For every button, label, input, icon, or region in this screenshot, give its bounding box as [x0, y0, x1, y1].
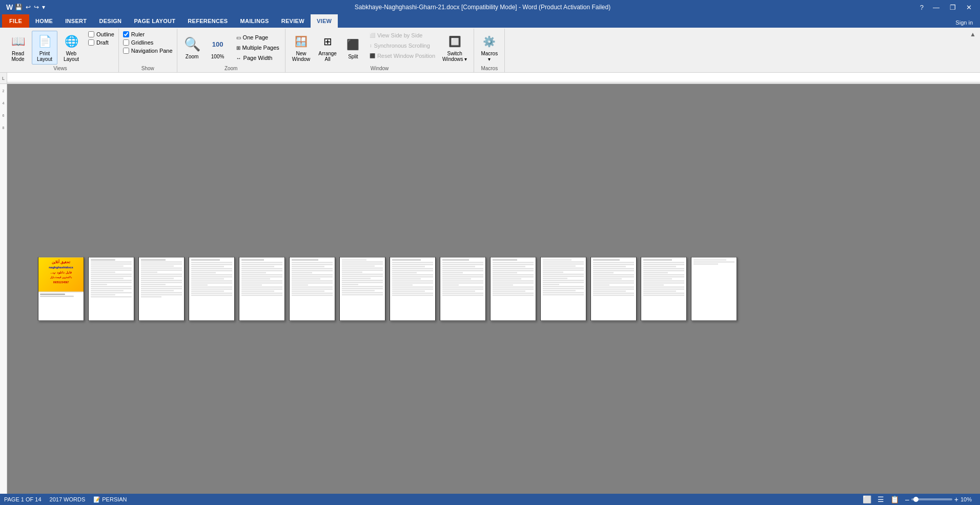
status-left: PAGE 1 OF 14 2017 WORDS 📝 PERSIAN	[4, 496, 127, 503]
print-layout-btn[interactable]: 📄 PrintLayout	[32, 31, 57, 65]
window-small-items: ⬜ View Side by Side ↕ Synchronous Scroll…	[367, 31, 438, 60]
nav-pane-checkbox[interactable]	[123, 48, 129, 54]
page-view-btn[interactable]: 📋	[888, 494, 901, 504]
ribbon-group-show: Ruler Gridlines Navigation Pane Show	[119, 29, 177, 72]
close-btn[interactable]: ✕	[962, 3, 976, 12]
macros-btn[interactable]: ⚙️ Macros▾	[477, 31, 501, 65]
page-1: تحقیق آنلاین naghghashidocx فایل دانلود …	[38, 257, 84, 321]
zoom-plus-btn[interactable]: +	[954, 495, 958, 503]
view-mode-buttons: ⬜ ☰ 📋	[861, 494, 901, 504]
zoom-100-btn[interactable]: 100 100%	[206, 31, 230, 65]
zoom-minus-btn[interactable]: –	[905, 495, 909, 503]
tab-page-layout[interactable]: PAGE LAYOUT	[128, 14, 181, 28]
reset-window-position-label: Reset Window Position	[377, 53, 435, 59]
split-label: Split	[348, 54, 358, 59]
macros-icon: ⚙️	[481, 33, 498, 50]
ribbon-group-zoom: 🔍 Zoom 100 100% ▭ One Page ⊞ Multiple Pa…	[177, 29, 285, 72]
outline-check[interactable]: Outline	[87, 31, 115, 38]
page-2-content	[89, 258, 134, 321]
web-layout-icon: 🌐	[63, 33, 79, 50]
zoom-btn[interactable]: 🔍 Zoom	[180, 31, 204, 65]
draft-check[interactable]: Draft	[87, 39, 115, 46]
tab-mailings[interactable]: MAILINGS	[234, 14, 275, 28]
sync-scroll-icon: ↕	[370, 43, 372, 48]
tab-design[interactable]: DESIGN	[93, 14, 128, 28]
restore-btn[interactable]: ❐	[946, 3, 960, 12]
outline-checkbox[interactable]	[88, 31, 94, 37]
draft-checkbox[interactable]	[88, 39, 94, 46]
gridlines-check[interactable]: Gridlines	[122, 39, 174, 46]
page-14	[691, 257, 737, 321]
tab-view[interactable]: VIEW	[311, 14, 338, 28]
v-mark-2: 2	[3, 85, 5, 97]
page-1-text: تحقیق آنلاین naghghashidocx فایل دانلود …	[40, 260, 81, 285]
page-6	[289, 257, 335, 321]
show-group-content: Ruler Gridlines Navigation Pane	[122, 31, 174, 65]
ruler-checkbox[interactable]	[123, 31, 129, 37]
read-mode-btn[interactable]: 📖 ReadMode	[5, 31, 31, 65]
ruler-row: L	[0, 73, 980, 84]
zoom-100-icon: 100	[210, 36, 226, 53]
macros-group-content: ⚙️ Macros▾	[477, 31, 501, 65]
zoom-small-items: ▭ One Page ⊞ Multiple Pages ↔ Page Width	[234, 33, 282, 62]
web-layout-btn[interactable]: 🌐 WebLayout	[58, 31, 84, 65]
page-4	[189, 257, 235, 321]
zoom-100-label: 100%	[211, 54, 224, 59]
page-3	[138, 257, 185, 321]
nav-pane-check[interactable]: Navigation Pane	[122, 47, 174, 54]
normal-view-btn[interactable]: ⬜	[861, 494, 873, 504]
tab-references[interactable]: REFERENCES	[181, 14, 234, 28]
sign-in-link[interactable]: Sign in	[950, 17, 978, 28]
tab-home[interactable]: HOME	[29, 14, 59, 28]
read-mode-label: ReadMode	[11, 51, 24, 62]
zoom-track[interactable]	[911, 498, 952, 500]
content-area: L 2 4 6 8	[0, 73, 980, 494]
reset-window-position-btn[interactable]: ⬛ Reset Window Position	[367, 51, 438, 60]
zoom-percent-label: 10%	[961, 496, 976, 502]
switch-windows-btn[interactable]: 🔲 SwitchWindows ▾	[439, 31, 471, 65]
view-side-by-side-btn[interactable]: ⬜ View Side by Side	[367, 31, 438, 40]
language-label: PERSIAN	[102, 496, 127, 502]
undo-btn[interactable]: ↩	[25, 3, 32, 12]
one-page-btn[interactable]: ▭ One Page	[234, 33, 282, 42]
v-mark-4: 4	[3, 97, 5, 110]
title-bar: W 💾 ↩ ↪ ▾ Sabkhaye-Naghghashi-Gharn-21.d…	[0, 0, 980, 14]
zoom-group-content: 🔍 Zoom 100 100% ▭ One Page ⊞ Multiple Pa…	[180, 31, 282, 65]
page-8	[390, 257, 436, 321]
ruler-check[interactable]: Ruler	[122, 31, 174, 38]
switch-windows-label: SwitchWindows ▾	[442, 51, 467, 62]
page-9	[440, 257, 486, 321]
help-btn[interactable]: ?	[917, 3, 927, 12]
zoom-slider-area: – + 10%	[905, 495, 976, 503]
status-bar: PAGE 1 OF 14 2017 WORDS 📝 PERSIAN ⬜ ☰ 📋 …	[0, 494, 980, 505]
zoom-thumb	[913, 497, 918, 502]
ruler-corner: L	[0, 73, 7, 83]
page-width-btn[interactable]: ↔ Page Width	[234, 53, 282, 62]
new-window-btn[interactable]: 🪟 NewWindow	[289, 31, 314, 65]
customize-btn[interactable]: ▾	[41, 3, 46, 12]
tab-insert[interactable]: INSERT	[59, 14, 93, 28]
new-window-icon: 🪟	[293, 33, 310, 50]
language-btn[interactable]: 📝 PERSIAN	[93, 496, 127, 503]
tab-review[interactable]: REVIEW	[275, 14, 311, 28]
split-btn[interactable]: ⬛ Split	[341, 31, 365, 65]
multiple-pages-btn[interactable]: ⊞ Multiple Pages	[234, 43, 282, 52]
tab-file[interactable]: FILE	[2, 14, 29, 28]
minimize-btn[interactable]: —	[929, 3, 944, 12]
window-title: Sabkhaye-Naghghashi-Gharn-21.docx [Compa…	[48, 4, 917, 11]
window-group-label: Window	[289, 66, 471, 71]
ribbon: 📖 ReadMode 📄 PrintLayout 🌐 WebLayout Out…	[0, 28, 980, 73]
gridlines-checkbox[interactable]	[123, 39, 129, 46]
redo-btn[interactable]: ↪	[33, 3, 40, 12]
sync-scrolling-btn[interactable]: ↕ Synchronous Scrolling	[367, 41, 438, 50]
page-7	[339, 257, 385, 321]
arrange-all-btn[interactable]: ⊞ ArrangeAll	[315, 31, 340, 65]
arrange-all-icon: ⊞	[319, 33, 336, 50]
show-checkboxes: Ruler Gridlines Navigation Pane	[122, 31, 174, 54]
ribbon-collapse-btn[interactable]: ▲	[968, 29, 978, 72]
outline-view-btn[interactable]: ☰	[875, 494, 886, 504]
page-width-icon: ↔	[236, 55, 241, 61]
read-mode-icon: 📖	[10, 33, 26, 50]
save-btn[interactable]: 💾	[14, 3, 24, 12]
ribbon-group-macros: ⚙️ Macros▾ Macros	[474, 29, 505, 72]
